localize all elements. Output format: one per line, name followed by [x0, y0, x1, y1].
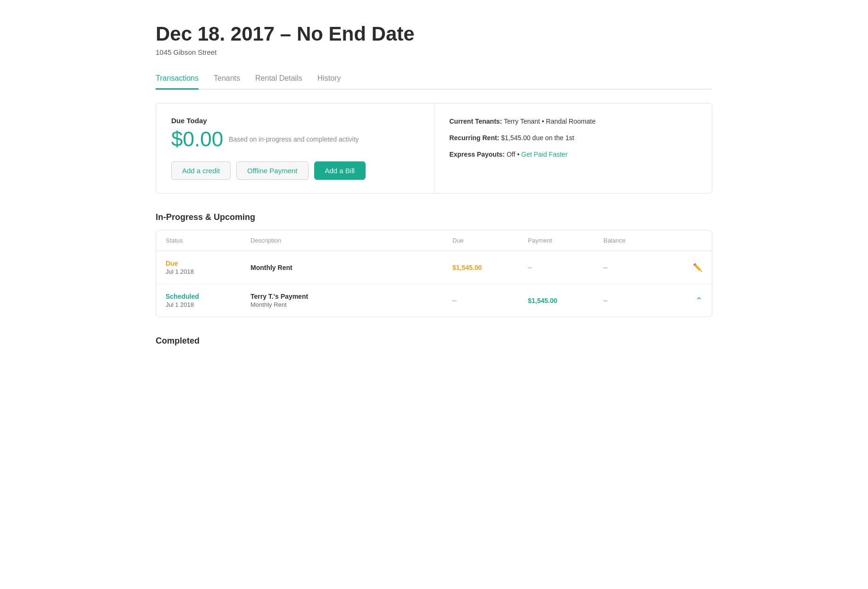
in-progress-section-title: In-Progress & Upcoming [156, 212, 712, 222]
offline-payment-button[interactable]: Offline Payment [236, 161, 308, 180]
action-buttons: Add a credit Offline Payment Add a Bill [171, 161, 419, 180]
tab-tenants[interactable]: Tenants [214, 69, 240, 90]
row1-due-amount: $1,545.00 [452, 264, 528, 271]
summary-left: Due Today $0.00 Based on in-progress and… [156, 103, 434, 193]
header-status: Status [166, 237, 250, 244]
header-balance: Balance [603, 237, 679, 244]
row1-desc-main: Monthly Rent [250, 264, 452, 271]
due-description: Based on in-progress and completed activ… [229, 135, 359, 143]
tab-rental-details[interactable]: Rental Details [255, 69, 302, 90]
add-credit-button[interactable]: Add a credit [171, 161, 231, 180]
row2-status-label: Scheduled [166, 293, 250, 300]
recurring-rent-value: $1,545.00 due on the 1st [501, 134, 574, 142]
summary-card: Due Today $0.00 Based on in-progress and… [156, 103, 712, 194]
row2-status-date: Jul 1 2018 [166, 301, 250, 308]
header-action [679, 237, 702, 244]
tab-transactions[interactable]: Transactions [156, 69, 199, 90]
header-payment: Payment [528, 237, 603, 244]
row1-status-date: Jul 1 2018 [166, 268, 250, 275]
row1-payment: – [528, 263, 603, 272]
row1-description: Monthly Rent [250, 264, 452, 271]
row2-balance: – [603, 296, 679, 305]
recurring-rent-label: Recurring Rent: [450, 134, 500, 142]
row2-desc-sub: Monthly Rent [250, 301, 452, 308]
table-header: Status Description Due Payment Balance [156, 230, 712, 251]
due-amount: $0.00 [171, 127, 223, 151]
row2-status: Scheduled Jul 1 2018 [166, 293, 250, 308]
page-subtitle: 1045 Gibson Street [156, 48, 712, 56]
row2-chevron-up-icon[interactable]: ⌃ [679, 295, 702, 306]
row1-status-label: Due [166, 260, 250, 267]
due-today-label: Due Today [171, 117, 419, 125]
row2-description: Terry T.'s Payment Monthly Rent [250, 293, 452, 308]
summary-right: Current Tenants: Terry Tenant • Randal R… [434, 103, 712, 193]
tab-history[interactable]: History [317, 69, 341, 90]
row2-payment-amount: $1,545.00 [528, 297, 603, 304]
current-tenants-row: Current Tenants: Terry Tenant • Randal R… [450, 117, 697, 126]
express-payouts-label: Express Payouts: [450, 151, 505, 158]
in-progress-table: Status Description Due Payment Balance D… [156, 230, 712, 317]
row2-due: – [452, 296, 528, 305]
get-paid-faster-link[interactable]: Get Paid Faster [521, 151, 568, 158]
row1-balance: – [603, 263, 679, 272]
row1-edit-icon[interactable]: ✏️ [679, 263, 702, 272]
row1-status: Due Jul 1 2018 [166, 260, 250, 275]
express-payouts-row: Express Payouts: Off • Get Paid Faster [450, 150, 697, 160]
recurring-rent-row: Recurring Rent: $1,545.00 due on the 1st [450, 133, 697, 143]
add-bill-button[interactable]: Add a Bill [314, 161, 366, 180]
table-row: Scheduled Jul 1 2018 Terry T.'s Payment … [156, 284, 712, 317]
page-title: Dec 18. 2017 – No End Date [156, 23, 712, 45]
completed-section-title: Completed [156, 336, 712, 346]
tab-bar: Transactions Tenants Rental Details Hist… [156, 69, 712, 90]
header-description: Description [250, 237, 452, 244]
header-due: Due [452, 237, 528, 244]
express-payouts-value: Off • [507, 151, 519, 158]
row2-desc-main: Terry T.'s Payment [250, 293, 452, 300]
current-tenants-label: Current Tenants: [450, 118, 502, 125]
table-row: Due Jul 1 2018 Monthly Rent $1,545.00 – … [156, 251, 712, 284]
current-tenants-value: Terry Tenant • Randal Roomate [504, 118, 596, 125]
